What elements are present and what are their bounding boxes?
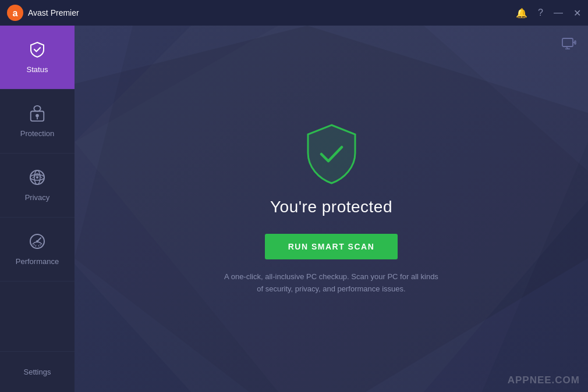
app-container: Status Protection [0, 26, 588, 392]
sidebar-item-privacy[interactable]: Privacy [0, 154, 75, 218]
titlebar-controls: 🔔 ? — ✕ [516, 8, 581, 19]
svg-line-14 [36, 245, 36, 247]
notification-icon[interactable]: 🔔 [516, 8, 527, 19]
run-smart-scan-button[interactable]: RUN SMART SCAN [265, 234, 398, 259]
sidebar-item-performance[interactable]: Performance [0, 218, 75, 281]
svg-line-16 [40, 244, 41, 245]
svg-rect-22 [562, 38, 573, 47]
status-icon [29, 41, 46, 60]
sidebar-settings-label: Settings [24, 368, 51, 376]
sidebar-status-label: Status [27, 65, 48, 74]
sidebar: Status Protection [0, 26, 75, 392]
help-icon[interactable]: ? [538, 8, 543, 18]
svg-rect-2 [34, 106, 40, 111]
svg-point-9 [36, 176, 38, 179]
sidebar-privacy-label: Privacy [25, 193, 50, 202]
svg-line-15 [38, 245, 39, 247]
main-content: You're protected RUN SMART SCAN A one-cl… [75, 26, 588, 392]
performance-icon [29, 233, 46, 252]
shield-icon [302, 122, 360, 186]
protection-icon [29, 105, 45, 124]
svg-point-4 [36, 114, 39, 117]
svg-line-13 [34, 244, 35, 245]
device-security-icon[interactable] [561, 35, 576, 54]
watermark: APPNEE.COM [508, 375, 580, 386]
protected-heading: You're protected [270, 198, 392, 216]
titlebar: a Avast Premier 🔔 ? — ✕ [0, 0, 588, 26]
status-center: You're protected RUN SMART SCAN A one-cl… [221, 122, 442, 295]
sidebar-item-settings[interactable]: Settings [0, 351, 75, 392]
titlebar-left: a Avast Premier [7, 5, 79, 21]
sidebar-item-status[interactable]: Status [0, 26, 75, 90]
svg-text:a: a [13, 8, 18, 18]
sidebar-protection-label: Protection [20, 129, 55, 138]
sidebar-performance-label: Performance [16, 257, 59, 266]
minimize-icon[interactable]: — [554, 8, 563, 18]
sidebar-item-protection[interactable]: Protection [0, 90, 75, 154]
app-title: Avast Premier [28, 8, 79, 17]
close-icon[interactable]: ✕ [573, 8, 581, 19]
privacy-icon [29, 169, 46, 188]
svg-point-12 [36, 240, 38, 243]
avast-logo-icon: a [7, 5, 23, 21]
scan-description: A one-click, all-inclusive PC checkup. S… [221, 271, 442, 295]
